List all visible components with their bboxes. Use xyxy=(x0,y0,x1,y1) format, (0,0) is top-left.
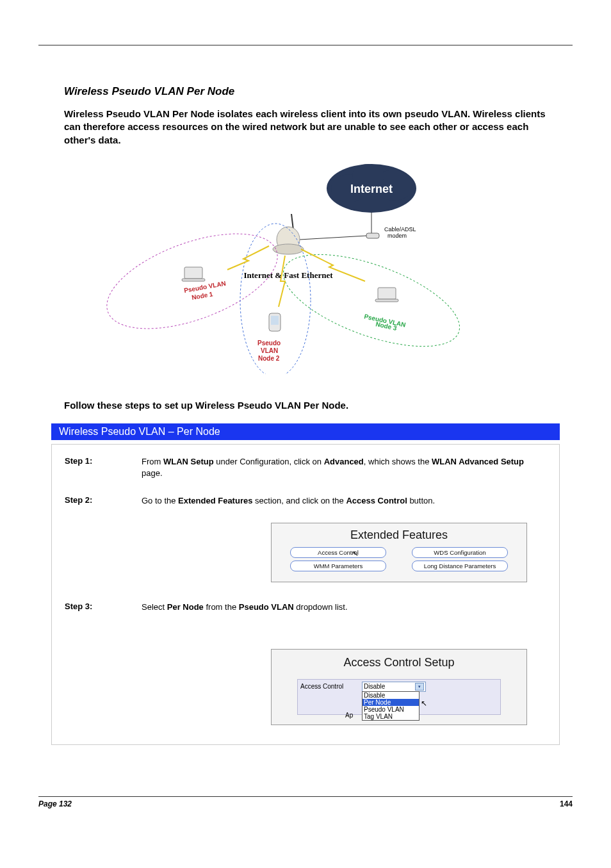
access-control-dropdown[interactable]: Disable ▾ xyxy=(362,682,426,692)
center-label: Internet & Fast Ethernet xyxy=(244,270,334,280)
access-control-key: Access Control xyxy=(300,683,358,690)
access-control-inner: Access Control Disable ▾ Disable Per Nod… xyxy=(297,679,501,715)
network-diagram: Internet Cable/ADSL modem Internet & Fas… xyxy=(64,153,547,374)
t: Extended Features xyxy=(178,496,252,505)
step-1-text: From WLAN Setup under Configuration, cli… xyxy=(142,456,546,479)
access-control-button[interactable]: Access Control ↖ xyxy=(290,547,386,558)
step-1: Step 1: From WLAN Setup under Configurat… xyxy=(65,456,546,479)
wds-configuration-button[interactable]: WDS Configuration xyxy=(412,547,508,558)
t: section, and click on the xyxy=(252,496,346,505)
footer: Page 132 144 xyxy=(0,796,611,808)
t: Access Control xyxy=(346,496,409,505)
svg-point-9 xyxy=(273,244,304,254)
step-2: Step 2: Go to the Extended Features sect… xyxy=(65,495,546,507)
node2-b: VLAN xyxy=(261,347,278,354)
step-3-text: Select Per Node from the Pseudo VLAN dro… xyxy=(142,602,546,613)
procedure-box: Step 1: From WLAN Setup under Configurat… xyxy=(51,444,560,745)
internet-label: Internet xyxy=(350,183,393,195)
extended-features-screenshot: Extended Features Access Control ↖ WDS C… xyxy=(271,523,527,582)
dropdown-list[interactable]: Disable Per Node Pseudo VLAN Tag VLAN xyxy=(362,691,420,721)
t: Pseudo VLAN xyxy=(239,602,294,612)
dropdown-option[interactable]: Pseudo VLAN xyxy=(363,706,419,713)
t: from the xyxy=(204,602,239,612)
svg-line-6 xyxy=(300,236,366,240)
svg-point-12 xyxy=(272,235,471,365)
wmm-parameters-button[interactable]: WMM Parameters xyxy=(290,561,386,571)
follow-text: Follow these steps to set up Wireless Ps… xyxy=(0,393,611,423)
step-3: Step 3: Select Per Node from the Pseudo … xyxy=(65,602,546,613)
long-distance-parameters-button[interactable]: Long Distance Parameters xyxy=(412,561,508,571)
dropdown-selected: Disable xyxy=(364,683,385,690)
svg-rect-14 xyxy=(182,279,205,281)
apply-button-partial[interactable]: Ap xyxy=(345,712,353,719)
t: button. xyxy=(409,496,435,505)
access-control-setup-title: Access Control Setup xyxy=(278,656,520,669)
header-rule xyxy=(38,45,573,45)
t: WLAN Advanced Setup xyxy=(432,457,524,466)
t: dropdown list. xyxy=(294,602,348,612)
page-number: 144 xyxy=(38,799,573,808)
procedure-title-bar: Wireless Pseudo VLAN – Per Node xyxy=(51,423,560,440)
svg-rect-16 xyxy=(271,316,279,325)
cursor-icon: ↖ xyxy=(421,699,427,708)
t: , which shows the xyxy=(364,457,432,466)
node2-c: Node 2 xyxy=(258,355,280,362)
svg-rect-18 xyxy=(375,299,398,302)
svg-rect-5 xyxy=(366,233,379,238)
t: under Configuration, click on xyxy=(214,457,324,466)
step-3-label: Step 3: xyxy=(65,602,142,611)
extended-features-title: Extended Features xyxy=(279,528,519,542)
step-2-label: Step 2: xyxy=(65,495,142,505)
dropdown-option-selected[interactable]: Per Node xyxy=(363,699,419,706)
intro-paragraph: Wireless Pseudo VLAN Per Node isolates e… xyxy=(0,108,611,153)
section-heading: Wireless Pseudo VLAN Per Node xyxy=(0,52,611,108)
t: Go to the xyxy=(142,496,178,505)
node2-a: Pseudo xyxy=(257,340,281,347)
modem-label-2: modem xyxy=(387,233,407,239)
dropdown-option[interactable]: Disable xyxy=(363,692,419,699)
t: WLAN Setup xyxy=(163,457,214,466)
t: page. xyxy=(142,468,163,478)
t: Advanced xyxy=(324,457,364,466)
dropdown-option[interactable]: Tag VLAN xyxy=(363,713,419,720)
t: From xyxy=(142,457,163,466)
t: Per Node xyxy=(167,602,204,612)
footer-rule xyxy=(38,796,573,797)
access-control-setup-screenshot: Access Control Setup Access Control Disa… xyxy=(271,649,527,725)
modem-label-1: Cable/ADSL xyxy=(384,226,416,233)
cursor-icon: ↖ xyxy=(352,549,359,558)
svg-rect-17 xyxy=(378,288,396,299)
svg-rect-13 xyxy=(184,267,202,279)
t: Select xyxy=(142,602,167,612)
step-1-label: Step 1: xyxy=(65,456,142,466)
chevron-down-icon: ▾ xyxy=(415,683,424,691)
step-2-text: Go to the Extended Features section, and… xyxy=(142,495,546,507)
